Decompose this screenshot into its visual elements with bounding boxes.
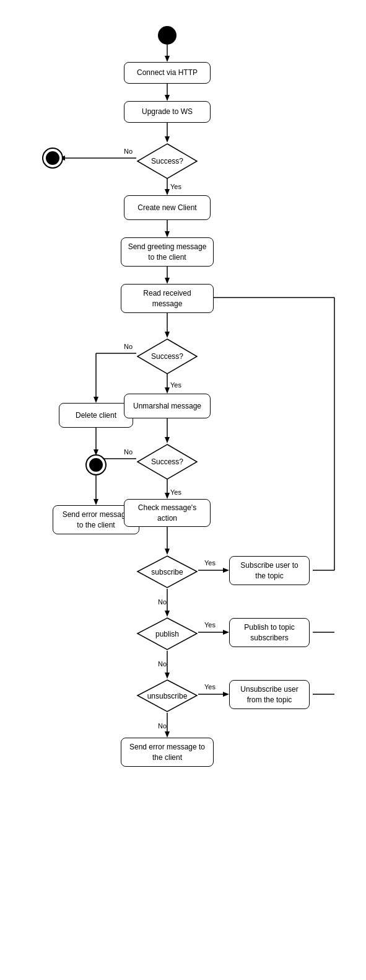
svg-marker-22 bbox=[94, 449, 98, 456]
svg-text:Yes: Yes bbox=[170, 488, 181, 496]
svg-text:Yes: Yes bbox=[204, 559, 216, 567]
unsubscribe-user-node: Unsubscribe user from the topic bbox=[229, 680, 310, 709]
unmarshal-node: Unmarshal message bbox=[124, 394, 211, 418]
flowchart-diagram: No Yes No Yes No Yes Yes No Yes No Yes N… bbox=[0, 0, 366, 980]
svg-text:No: No bbox=[158, 598, 167, 606]
svg-text:No: No bbox=[124, 448, 133, 456]
svg-text:Yes: Yes bbox=[170, 381, 181, 389]
svg-marker-9 bbox=[165, 189, 170, 195]
svg-text:Yes: Yes bbox=[204, 621, 216, 629]
svg-marker-5 bbox=[165, 136, 170, 143]
check-action-node: Check message's action bbox=[124, 499, 211, 527]
svg-marker-35 bbox=[165, 611, 170, 617]
end2-node bbox=[87, 456, 105, 474]
svg-marker-11 bbox=[165, 231, 170, 237]
svg-marker-20 bbox=[165, 387, 170, 394]
send-greeting-node: Send greeting message to the client bbox=[121, 237, 214, 267]
success1-diamond: Success? bbox=[136, 143, 198, 180]
upgrade-ws-node: Upgrade to WS bbox=[124, 101, 211, 123]
delete-client-node: Delete client bbox=[59, 403, 133, 428]
connect-http-node: Connect via HTTP bbox=[124, 62, 211, 84]
svg-marker-1 bbox=[165, 56, 170, 62]
svg-marker-18 bbox=[94, 397, 98, 403]
unsubscribe-diamond: unsubscribe bbox=[136, 679, 198, 713]
svg-text:Yes: Yes bbox=[204, 683, 216, 691]
read-message-node: Read received message bbox=[121, 284, 214, 313]
success3-diamond: Success? bbox=[136, 443, 198, 480]
end-fail-node bbox=[43, 149, 62, 167]
svg-marker-29 bbox=[165, 493, 170, 499]
svg-marker-37 bbox=[223, 630, 229, 635]
svg-marker-43 bbox=[165, 731, 170, 738]
svg-text:No: No bbox=[124, 343, 133, 350]
svg-marker-3 bbox=[165, 95, 170, 101]
create-client-node: Create new Client bbox=[124, 195, 211, 220]
svg-marker-24 bbox=[165, 437, 170, 443]
svg-text:Yes: Yes bbox=[170, 183, 181, 190]
svg-marker-41 bbox=[223, 692, 229, 697]
svg-text:No: No bbox=[124, 148, 133, 155]
subscribe-diamond: subscribe bbox=[136, 555, 198, 589]
success2-diamond: Success? bbox=[136, 338, 198, 375]
publish-diamond: publish bbox=[136, 617, 198, 651]
svg-text:No: No bbox=[158, 722, 167, 730]
svg-text:No: No bbox=[158, 660, 167, 668]
subscribe-user-node: Subscribe user to the topic bbox=[229, 556, 310, 585]
start-node bbox=[158, 26, 176, 45]
svg-marker-33 bbox=[223, 568, 229, 573]
svg-marker-13 bbox=[165, 278, 170, 284]
send-error2-node: Send error message to the client bbox=[121, 738, 214, 767]
publish-topic-node: Publish to topic subscribers bbox=[229, 618, 310, 647]
svg-marker-27 bbox=[94, 499, 98, 505]
svg-marker-39 bbox=[165, 673, 170, 679]
svg-marker-31 bbox=[165, 549, 170, 555]
svg-marker-15 bbox=[165, 332, 170, 338]
